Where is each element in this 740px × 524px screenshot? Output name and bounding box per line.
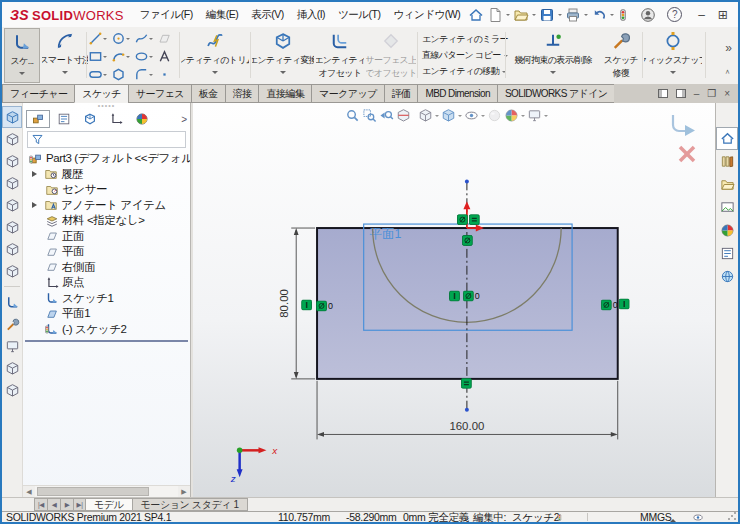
trim-entities-button[interactable]: エンティティのトリム(I) <box>181 28 249 83</box>
view-orientation-icon[interactable] <box>418 108 433 123</box>
hide-show-dropdown[interactable] <box>481 115 485 119</box>
previous-view-icon[interactable] <box>379 108 394 123</box>
tree-item-plane1[interactable]: 平面1 <box>23 306 190 322</box>
zoom-area-icon[interactable] <box>362 108 377 123</box>
ellipse-tool[interactable] <box>134 47 157 65</box>
ribbon-collapse-button[interactable]: ＾ <box>723 67 732 80</box>
tree-item-sketch2[interactable]: (-) スケッチ2 <box>23 322 190 338</box>
unit-system[interactable]: MMGS <box>640 512 671 523</box>
cube-view-icon[interactable] <box>2 260 22 282</box>
view-palette-icon[interactable] <box>716 196 738 219</box>
home-icon[interactable] <box>468 7 484 23</box>
layer-shortcut-icon[interactable] <box>2 379 22 401</box>
cube-view-icon[interactable] <box>2 150 22 172</box>
smart-dimension-button[interactable]: スマート寸法 <box>42 28 88 83</box>
last-tab-icon[interactable]: ▶| <box>73 498 86 511</box>
sketch-shortcut-icon[interactable] <box>2 291 22 313</box>
tree-item-front-plane[interactable]: 正面 <box>23 229 190 245</box>
tab-sketch[interactable]: スケッチ <box>74 84 128 103</box>
tab-markup[interactable]: マークアップ <box>311 84 384 103</box>
fillet-tool[interactable] <box>134 65 157 83</box>
linear-pattern-button[interactable]: 直線パターン コピー <box>419 48 505 62</box>
centerline-endpoint[interactable] <box>465 179 469 183</box>
tree-item-sensors[interactable]: センサー <box>23 182 190 198</box>
rollback-bar[interactable] <box>25 340 188 342</box>
tab-weldments[interactable]: 溶接 <box>225 84 259 103</box>
taskpane-home-icon[interactable] <box>716 127 738 150</box>
tree-item-top-plane[interactable]: 平面 <box>23 244 190 260</box>
slot-tool[interactable] <box>88 65 111 83</box>
coordinate-triad[interactable]: x z <box>230 445 279 484</box>
pane-left-icon[interactable] <box>658 89 668 98</box>
rectangle-tool[interactable] <box>88 47 111 65</box>
apply-scene-dropdown[interactable] <box>521 115 525 119</box>
tab-sheet-metal[interactable]: 板金 <box>191 84 225 103</box>
layer-shortcut-icon[interactable] <box>2 357 22 379</box>
tree-horizontal-scrollbar[interactable]: ◀ ▶ <box>23 485 190 497</box>
menu-edit[interactable]: 編集(E) <box>206 8 239 22</box>
model-tab[interactable]: モデル <box>86 498 133 511</box>
display-style-icon[interactable] <box>441 108 456 123</box>
tab-direct-editing[interactable]: 直接編集 <box>258 84 311 103</box>
tree-item-origin[interactable]: 原点 <box>23 275 190 291</box>
undo-icon[interactable] <box>591 7 607 23</box>
tree-item-right-plane[interactable]: 右側面 <box>23 260 190 276</box>
doc-minimize-icon[interactable]: – <box>694 88 700 99</box>
move-entities-button[interactable]: エンティティの移動 <box>419 64 505 78</box>
scroll-right-icon[interactable]: ▶ <box>178 486 190 497</box>
plane-tool[interactable] <box>157 29 180 47</box>
appearances-icon[interactable] <box>716 219 738 242</box>
relation-badge[interactable] <box>461 378 471 388</box>
tab-mbd-dimension[interactable]: MBD Dimension <box>417 84 496 103</box>
arc-tool[interactable] <box>111 47 134 65</box>
doc-restore-icon[interactable]: ❐ <box>707 88 716 99</box>
first-tab-icon[interactable]: |◀ <box>34 498 47 511</box>
display-style-dropdown[interactable] <box>458 115 462 119</box>
edit-shortcut-icon[interactable] <box>2 313 22 335</box>
relation-badge[interactable] <box>619 299 629 309</box>
file-explorer-icon[interactable] <box>716 173 738 196</box>
relation-badge[interactable] <box>317 301 327 311</box>
cancel-sketch-icon[interactable] <box>680 147 694 161</box>
cube-view-icon[interactable] <box>2 128 22 150</box>
open-dropdown[interactable] <box>532 14 536 18</box>
new-document-dropdown[interactable] <box>506 14 510 18</box>
tab-features[interactable]: フィーチャー <box>2 84 74 103</box>
relation-badge[interactable] <box>469 215 479 225</box>
line-tool[interactable] <box>88 29 111 47</box>
relation-badge[interactable] <box>457 215 467 225</box>
circle-tool[interactable] <box>111 29 134 47</box>
hide-show-items-icon[interactable] <box>464 108 479 123</box>
tab-surfaces[interactable]: サーフェス <box>128 84 191 103</box>
scroll-left-icon[interactable]: ◀ <box>23 486 35 497</box>
displaymanager-tab-icon[interactable] <box>130 110 154 128</box>
propertymanager-tab-icon[interactable] <box>52 110 76 128</box>
print-icon[interactable] <box>565 7 581 23</box>
tree-item-annotations[interactable]: アノテート アイテム <box>23 198 190 214</box>
relation-badge[interactable] <box>450 291 460 301</box>
tab-evaluate[interactable]: 評価 <box>384 84 418 103</box>
pane-right-icon[interactable] <box>676 89 686 98</box>
cube-view-icon[interactable] <box>2 238 22 260</box>
save-icon[interactable] <box>539 7 555 23</box>
featuremanager-tab-icon[interactable] <box>26 110 50 128</box>
convert-entities-button[interactable]: エンティティ変換 <box>252 28 314 83</box>
rebuild-icon[interactable] <box>617 7 629 23</box>
relation-badge[interactable] <box>462 235 472 245</box>
menu-insert[interactable]: 挿入(I) <box>297 8 325 22</box>
panel-expand-icon[interactable]: > <box>181 114 187 125</box>
graphics-viewport[interactable]: 平面1 80.00 <box>193 103 715 497</box>
custom-properties-icon[interactable] <box>716 242 738 265</box>
relation-badge[interactable] <box>463 291 473 301</box>
tree-root[interactable]: Part3 (デフォルト<<デフォルト>_表示状態 <box>23 151 190 167</box>
exit-sketch-arrow[interactable] <box>685 125 695 136</box>
save-dropdown[interactable] <box>558 14 562 18</box>
minimize-icon[interactable]: – <box>698 7 705 23</box>
screen-shortcut-icon[interactable] <box>2 335 22 357</box>
menu-file[interactable]: ファイル(F) <box>140 8 193 22</box>
view-settings-icon[interactable] <box>527 108 542 123</box>
cube-view-icon[interactable] <box>2 194 22 216</box>
offset-entities-button[interactable]: エンティティオフセット <box>316 28 364 83</box>
undo-dropdown[interactable] <box>610 14 614 18</box>
display-relations-button[interactable]: 幾何拘束の表示/削除 <box>507 28 599 83</box>
